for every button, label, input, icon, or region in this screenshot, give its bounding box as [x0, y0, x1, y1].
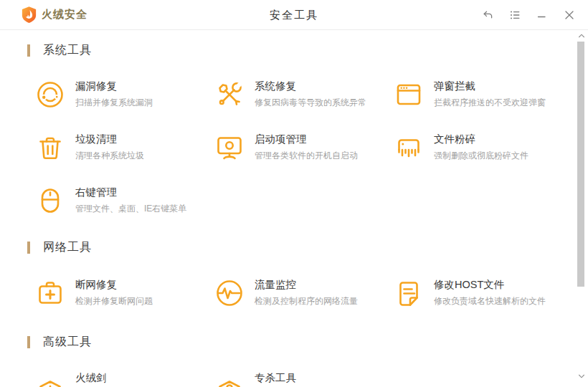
tool-traffic-monitor[interactable]: 流量监控 检测及控制程序的网络流量	[214, 277, 393, 309]
section-label: 系统工具	[43, 43, 92, 58]
section-bar	[27, 44, 30, 57]
huorong-sword-icon	[34, 371, 66, 387]
host-file-icon	[393, 277, 425, 309]
window-controls	[481, 9, 575, 21]
app-logo: 火绒安全	[22, 6, 87, 24]
app-name: 火绒安全	[42, 8, 87, 22]
scrollbar[interactable]	[576, 30, 587, 387]
vulnerability-fix-icon	[34, 79, 66, 110]
section-bar	[27, 336, 30, 348]
titlebar: 火绒安全 安全工具	[0, 0, 588, 30]
undo-icon[interactable]	[481, 9, 493, 21]
scrollbar-thumb[interactable]	[577, 42, 584, 287]
popup-blocker-icon	[393, 79, 425, 110]
startup-manager-icon	[214, 132, 245, 163]
tool-title: 流量监控	[255, 279, 358, 291]
tool-desc: 清理各种系统垃圾	[75, 150, 144, 161]
section-header-advanced-tools: 高级工具	[27, 335, 588, 349]
huorong-logo-icon	[22, 6, 37, 24]
scroll-up-icon[interactable]	[578, 34, 584, 38]
tool-vulnerability-fix[interactable]: 漏洞修复 扫描并修复系统漏洞	[34, 79, 214, 110]
section-bar	[27, 242, 30, 254]
tool-title: 修改HOST文件	[434, 279, 546, 291]
scroll-down-icon[interactable]	[578, 374, 584, 378]
tool-desc: 修改负责域名快速解析的文件	[434, 296, 546, 306]
tool-title: 专杀工具	[255, 372, 296, 384]
tool-title: 系统修复	[255, 80, 366, 92]
list-menu-icon[interactable]	[508, 9, 521, 21]
advanced-tools-grid: 火绒剑 专杀工具	[34, 371, 588, 387]
section-label: 高级工具	[43, 335, 92, 350]
tool-popup-blocker[interactable]: 弹窗拦截 拦截程序推送的不受欢迎弹窗	[393, 79, 572, 110]
tool-desc: 修复因病毒等导致的系统异常	[255, 97, 366, 108]
tool-desc: 管理文件、桌面、IE右键菜单	[75, 204, 186, 214]
file-shredder-icon	[393, 132, 425, 163]
network-tools-grid: 断网修复 检测并修复断网问题 流量监控 检测及控制程序的网络流量 修改H	[34, 277, 588, 309]
tool-file-shredder[interactable]: 文件粉碎 强制删除或彻底粉碎文件	[393, 132, 572, 163]
tool-title: 弹窗拦截	[434, 80, 546, 92]
tool-network-repair[interactable]: 断网修复 检测并修复断网问题	[34, 277, 214, 309]
network-repair-icon	[34, 277, 66, 309]
tool-title: 垃圾清理	[75, 133, 144, 145]
tool-host-file[interactable]: 修改HOST文件 修改负责域名快速解析的文件	[393, 277, 572, 309]
tool-startup-manager[interactable]: 启动项管理 管理各类软件的开机自启动	[214, 132, 393, 163]
tool-title: 文件粉碎	[434, 133, 528, 145]
section-header-system-tools: 系统工具	[27, 43, 588, 57]
system-tools-grid: 漏洞修复 扫描并修复系统漏洞 系统修复 修复因病毒等导致的系统异常	[34, 79, 588, 216]
tool-title: 火绒剑	[75, 372, 107, 384]
section-header-network-tools: 网络工具	[27, 240, 588, 254]
junk-clean-icon	[34, 132, 66, 163]
tool-right-click-manager[interactable]: 右键管理 管理文件、桌面、IE右键菜单	[34, 185, 214, 216]
tool-title: 右键管理	[75, 186, 186, 199]
tool-title: 漏洞修复	[75, 80, 153, 92]
right-click-manager-icon	[34, 185, 66, 216]
tool-junk-clean[interactable]: 垃圾清理 清理各种系统垃圾	[34, 132, 214, 163]
section-label: 网络工具	[43, 240, 92, 255]
tool-title: 启动项管理	[255, 133, 358, 145]
tool-desc: 管理各类软件的开机自启动	[255, 150, 358, 161]
close-icon[interactable]	[563, 9, 575, 21]
special-kill-tool-icon	[214, 371, 245, 387]
tool-desc: 扫描并修复系统漏洞	[75, 97, 153, 108]
minimize-icon[interactable]	[536, 9, 548, 21]
tool-special-kill[interactable]: 专杀工具	[214, 371, 393, 387]
page-title: 安全工具	[270, 8, 318, 22]
system-repair-icon	[214, 79, 245, 110]
traffic-monitor-icon	[214, 277, 245, 309]
tool-title: 断网修复	[75, 279, 153, 291]
tool-desc: 检测并修复断网问题	[75, 296, 153, 306]
tool-desc: 拦截程序推送的不受欢迎弹窗	[434, 97, 546, 108]
tool-huorong-sword[interactable]: 火绒剑	[34, 371, 214, 387]
tool-system-repair[interactable]: 系统修复 修复因病毒等导致的系统异常	[214, 79, 393, 110]
tools-page: 系统工具 漏洞修复 扫描并修复系统漏洞	[0, 43, 588, 387]
tool-desc: 检测及控制程序的网络流量	[255, 296, 358, 306]
tool-desc: 强制删除或彻底粉碎文件	[434, 150, 528, 161]
